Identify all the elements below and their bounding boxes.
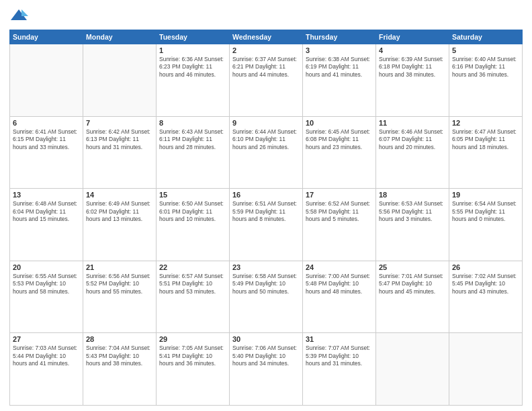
day-number: 1 [159, 46, 226, 54]
calendar-table: SundayMondayTuesdayWednesdayThursdayFrid… [9, 30, 523, 406]
calendar-cell [376, 333, 449, 406]
day-number: 26 [452, 263, 519, 271]
calendar-cell: 3Sunrise: 6:38 AM Sunset: 6:19 PM Daylig… [303, 44, 376, 117]
logo-icon [9, 7, 28, 26]
day-info: Sunrise: 6:58 AM Sunset: 5:49 PM Dayligh… [232, 273, 300, 295]
day-info: Sunrise: 6:43 AM Sunset: 6:11 PM Dayligh… [159, 128, 226, 151]
calendar-cell: 5Sunrise: 6:40 AM Sunset: 6:16 PM Daylig… [449, 44, 523, 117]
day-number: 13 [13, 191, 80, 199]
day-info: Sunrise: 6:53 AM Sunset: 5:56 PM Dayligh… [379, 200, 446, 223]
day-info: Sunrise: 6:36 AM Sunset: 6:23 PM Dayligh… [159, 56, 226, 79]
day-number: 30 [232, 335, 300, 343]
calendar-cell: 22Sunrise: 6:57 AM Sunset: 5:51 PM Dayli… [157, 261, 230, 333]
day-number: 17 [306, 191, 373, 199]
day-info: Sunrise: 6:42 AM Sunset: 6:13 PM Dayligh… [86, 128, 153, 151]
day-info: Sunrise: 7:06 AM Sunset: 5:40 PM Dayligh… [232, 345, 300, 367]
calendar-header-thursday: Thursday [303, 30, 376, 44]
calendar-week-5: 27Sunrise: 7:03 AM Sunset: 5:44 PM Dayli… [10, 333, 523, 406]
calendar-cell: 7Sunrise: 6:42 AM Sunset: 6:13 PM Daylig… [83, 116, 157, 189]
calendar-cell: 2Sunrise: 6:37 AM Sunset: 6:21 PM Daylig… [230, 44, 303, 117]
day-number: 31 [306, 335, 373, 343]
calendar-cell: 31Sunrise: 7:07 AM Sunset: 5:39 PM Dayli… [303, 333, 376, 406]
calendar-week-4: 20Sunrise: 6:55 AM Sunset: 5:53 PM Dayli… [10, 261, 523, 333]
calendar-cell: 6Sunrise: 6:41 AM Sunset: 6:15 PM Daylig… [10, 116, 83, 189]
calendar-week-3: 13Sunrise: 6:48 AM Sunset: 6:04 PM Dayli… [10, 189, 523, 261]
day-info: Sunrise: 6:39 AM Sunset: 6:18 PM Dayligh… [379, 56, 446, 79]
calendar-cell: 16Sunrise: 6:51 AM Sunset: 5:59 PM Dayli… [230, 189, 303, 261]
calendar-cell: 28Sunrise: 7:04 AM Sunset: 5:43 PM Dayli… [83, 333, 157, 406]
day-info: Sunrise: 6:45 AM Sunset: 6:08 PM Dayligh… [306, 128, 373, 151]
calendar-header-row: SundayMondayTuesdayWednesdayThursdayFrid… [10, 30, 523, 44]
day-number: 25 [379, 263, 446, 271]
calendar-cell: 20Sunrise: 6:55 AM Sunset: 5:53 PM Dayli… [10, 261, 83, 333]
day-number: 20 [13, 263, 80, 271]
calendar-cell [10, 44, 83, 117]
day-number: 16 [232, 191, 300, 199]
calendar-cell: 12Sunrise: 6:47 AM Sunset: 6:05 PM Dayli… [449, 116, 523, 189]
day-info: Sunrise: 6:48 AM Sunset: 6:04 PM Dayligh… [13, 200, 80, 223]
day-info: Sunrise: 6:37 AM Sunset: 6:21 PM Dayligh… [232, 56, 300, 79]
calendar-cell: 26Sunrise: 7:02 AM Sunset: 5:45 PM Dayli… [449, 261, 523, 333]
day-info: Sunrise: 6:56 AM Sunset: 5:52 PM Dayligh… [86, 273, 153, 295]
day-info: Sunrise: 7:05 AM Sunset: 5:41 PM Dayligh… [159, 345, 226, 367]
day-number: 14 [86, 191, 153, 199]
page: SundayMondayTuesdayWednesdayThursdayFrid… [0, 0, 532, 411]
day-info: Sunrise: 6:50 AM Sunset: 6:01 PM Dayligh… [159, 200, 226, 223]
day-info: Sunrise: 6:51 AM Sunset: 5:59 PM Dayligh… [232, 200, 300, 223]
day-info: Sunrise: 7:07 AM Sunset: 5:39 PM Dayligh… [306, 345, 373, 367]
day-number: 9 [232, 119, 300, 127]
day-number: 6 [13, 119, 80, 127]
calendar-cell [83, 44, 157, 117]
day-number: 21 [86, 263, 153, 271]
calendar-header-saturday: Saturday [449, 30, 523, 44]
calendar-cell: 10Sunrise: 6:45 AM Sunset: 6:08 PM Dayli… [303, 116, 376, 189]
day-number: 2 [232, 46, 300, 54]
calendar-cell: 21Sunrise: 6:56 AM Sunset: 5:52 PM Dayli… [83, 261, 157, 333]
day-info: Sunrise: 6:54 AM Sunset: 5:55 PM Dayligh… [452, 200, 519, 223]
calendar-cell: 11Sunrise: 6:46 AM Sunset: 6:07 PM Dayli… [376, 116, 449, 189]
logo [9, 7, 31, 26]
day-number: 3 [306, 46, 373, 54]
calendar-cell: 24Sunrise: 7:00 AM Sunset: 5:48 PM Dayli… [303, 261, 376, 333]
calendar-week-1: 1Sunrise: 6:36 AM Sunset: 6:23 PM Daylig… [10, 44, 523, 117]
calendar-cell: 9Sunrise: 6:44 AM Sunset: 6:10 PM Daylig… [230, 116, 303, 189]
day-number: 11 [379, 119, 446, 127]
day-number: 12 [452, 119, 519, 127]
day-number: 4 [379, 46, 446, 54]
day-info: Sunrise: 7:04 AM Sunset: 5:43 PM Dayligh… [86, 345, 153, 367]
day-number: 22 [159, 263, 226, 271]
day-number: 19 [452, 191, 519, 199]
calendar-header-friday: Friday [376, 30, 449, 44]
calendar-header-sunday: Sunday [10, 30, 83, 44]
day-info: Sunrise: 6:57 AM Sunset: 5:51 PM Dayligh… [159, 273, 226, 295]
day-number: 27 [13, 335, 80, 343]
calendar-cell: 18Sunrise: 6:53 AM Sunset: 5:56 PM Dayli… [376, 189, 449, 261]
day-info: Sunrise: 6:38 AM Sunset: 6:19 PM Dayligh… [306, 56, 373, 79]
day-number: 8 [159, 119, 226, 127]
calendar-header-tuesday: Tuesday [157, 30, 230, 44]
day-number: 10 [306, 119, 373, 127]
header [9, 7, 523, 26]
day-number: 24 [306, 263, 373, 271]
day-info: Sunrise: 6:47 AM Sunset: 6:05 PM Dayligh… [452, 128, 519, 151]
calendar-cell: 27Sunrise: 7:03 AM Sunset: 5:44 PM Dayli… [10, 333, 83, 406]
day-info: Sunrise: 6:46 AM Sunset: 6:07 PM Dayligh… [379, 128, 446, 151]
calendar-cell: 14Sunrise: 6:49 AM Sunset: 6:02 PM Dayli… [83, 189, 157, 261]
day-info: Sunrise: 7:01 AM Sunset: 5:47 PM Dayligh… [379, 273, 446, 295]
calendar-cell: 23Sunrise: 6:58 AM Sunset: 5:49 PM Dayli… [230, 261, 303, 333]
svg-marker-1 [21, 9, 28, 16]
day-info: Sunrise: 7:02 AM Sunset: 5:45 PM Dayligh… [452, 273, 519, 295]
day-number: 7 [86, 119, 153, 127]
day-info: Sunrise: 6:52 AM Sunset: 5:58 PM Dayligh… [306, 200, 373, 223]
calendar-cell: 19Sunrise: 6:54 AM Sunset: 5:55 PM Dayli… [449, 189, 523, 261]
calendar-week-2: 6Sunrise: 6:41 AM Sunset: 6:15 PM Daylig… [10, 116, 523, 189]
calendar-header-monday: Monday [83, 30, 157, 44]
calendar-cell: 4Sunrise: 6:39 AM Sunset: 6:18 PM Daylig… [376, 44, 449, 117]
calendar-cell: 30Sunrise: 7:06 AM Sunset: 5:40 PM Dayli… [230, 333, 303, 406]
day-info: Sunrise: 7:00 AM Sunset: 5:48 PM Dayligh… [306, 273, 373, 295]
calendar-cell: 25Sunrise: 7:01 AM Sunset: 5:47 PM Dayli… [376, 261, 449, 333]
day-number: 15 [159, 191, 226, 199]
day-info: Sunrise: 6:41 AM Sunset: 6:15 PM Dayligh… [13, 128, 80, 151]
calendar-cell: 15Sunrise: 6:50 AM Sunset: 6:01 PM Dayli… [157, 189, 230, 261]
day-number: 28 [86, 335, 153, 343]
